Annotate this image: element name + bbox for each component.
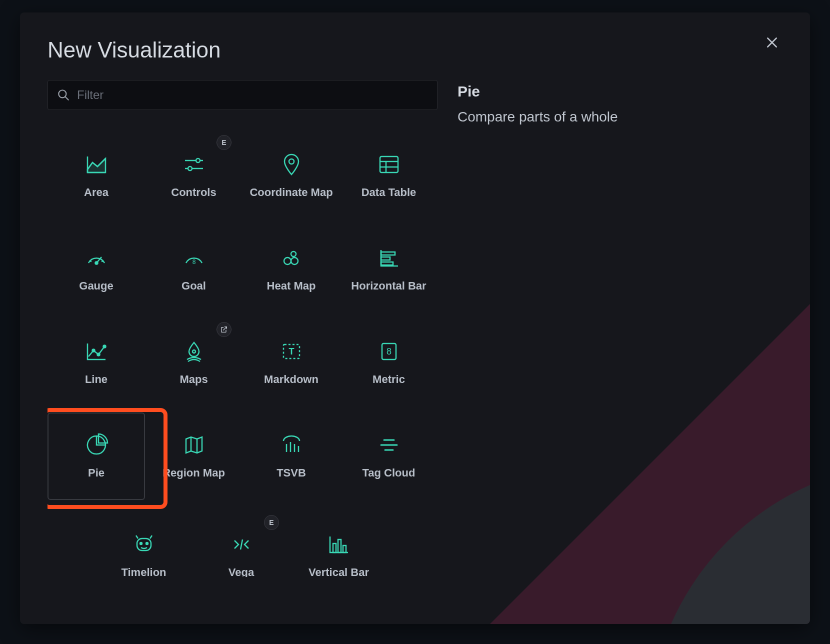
- svg-point-37: [140, 542, 142, 544]
- viz-label: Goal: [182, 279, 206, 293]
- viz-item-goal[interactable]: 8 Goal: [145, 226, 242, 313]
- gauge-icon: [84, 246, 108, 270]
- viz-label: Line: [85, 372, 108, 386]
- experimental-badge: E: [216, 135, 232, 150]
- svg-point-38: [146, 542, 148, 544]
- viz-label: Horizontal Bar: [351, 279, 426, 293]
- heatmap-icon: [280, 246, 304, 270]
- viz-item-area[interactable]: Area: [48, 132, 145, 220]
- viz-label: Controls: [171, 186, 216, 200]
- detail-panel: Pie Compare parts of a whole: [458, 80, 782, 577]
- viz-label: Tag Cloud: [362, 466, 416, 480]
- controls-icon: [182, 152, 206, 176]
- pie-icon: [84, 433, 108, 457]
- viz-label: Metric: [372, 372, 405, 386]
- viz-label: Gauge: [79, 279, 113, 293]
- line-icon: [84, 340, 108, 364]
- filter-box[interactable]: [48, 80, 438, 110]
- svg-rect-18: [381, 252, 395, 255]
- svg-text:8: 8: [386, 346, 391, 356]
- svg-point-21: [92, 349, 94, 352]
- viz-item-gauge[interactable]: Gauge: [48, 226, 145, 313]
- svg-rect-20: [381, 262, 393, 265]
- viz-label: TSVB: [276, 466, 306, 480]
- viz-label: Data Table: [362, 186, 416, 200]
- viz-scroll-area: Area E Controls: [48, 122, 438, 577]
- vertical-bar-icon: [327, 532, 351, 556]
- viz-item-region-map[interactable]: Region Map: [145, 412, 242, 500]
- region-map-icon: [182, 433, 206, 457]
- horizontal-bar-icon: [377, 246, 401, 270]
- timelion-icon: [132, 532, 156, 556]
- detail-title: Pie: [458, 83, 782, 100]
- viz-label: Vertical Bar: [308, 566, 369, 577]
- viz-item-maps[interactable]: Maps: [145, 319, 242, 406]
- svg-text:8: 8: [192, 258, 196, 266]
- svg-line-12: [90, 261, 92, 262]
- viz-item-markdown[interactable]: T Markdown: [242, 319, 340, 406]
- svg-point-4: [188, 166, 192, 170]
- external-badge: [216, 322, 232, 337]
- svg-line-39: [240, 540, 242, 550]
- svg-point-11: [95, 262, 98, 264]
- detail-description: Compare parts of a whole: [458, 109, 782, 125]
- maps-icon: [182, 340, 206, 364]
- svg-rect-19: [381, 257, 390, 260]
- new-visualization-modal: New Visualization: [20, 12, 810, 624]
- search-icon: [57, 88, 70, 102]
- viz-item-heat-map[interactable]: Heat Map: [242, 226, 340, 313]
- svg-rect-41: [338, 540, 341, 552]
- viz-item-tsvb[interactable]: TSVB: [242, 412, 340, 500]
- external-link-icon: [220, 326, 228, 334]
- viz-item-vega[interactable]: E Vega: [192, 512, 290, 577]
- experimental-badge: E: [264, 515, 279, 530]
- svg-text:T: T: [288, 346, 294, 356]
- viz-label: Markdown: [264, 372, 318, 386]
- pin-icon: [280, 152, 304, 176]
- tag-cloud-icon: [377, 433, 401, 457]
- svg-point-17: [291, 252, 296, 256]
- viz-item-timelion[interactable]: Timelion: [95, 512, 192, 577]
- area-icon: [84, 152, 108, 176]
- viz-label: Coordinate Map: [250, 186, 332, 200]
- svg-line-13: [102, 261, 104, 262]
- background-page-text: /i: [0, 60, 13, 101]
- svg-rect-40: [333, 544, 336, 552]
- svg-point-24: [192, 350, 196, 353]
- markdown-icon: T: [280, 340, 304, 364]
- close-button[interactable]: [764, 35, 782, 53]
- close-icon: [764, 35, 780, 50]
- viz-item-tag-cloud[interactable]: Tag Cloud: [340, 412, 438, 500]
- viz-label: Heat Map: [267, 279, 316, 293]
- viz-item-data-table[interactable]: Data Table: [340, 132, 438, 220]
- viz-item-coordinate-map[interactable]: Coordinate Map: [242, 132, 340, 220]
- table-icon: [377, 152, 401, 176]
- svg-rect-42: [343, 546, 346, 552]
- svg-point-15: [284, 258, 291, 264]
- viz-label: Pie: [88, 466, 104, 480]
- viz-label: Timelion: [121, 566, 166, 577]
- viz-label: Region Map: [162, 466, 225, 480]
- viz-item-horizontal-bar[interactable]: Horizontal Bar: [340, 226, 438, 313]
- tsvb-icon: [280, 433, 304, 457]
- svg-point-16: [291, 258, 298, 264]
- viz-item-pie[interactable]: Pie: [48, 412, 145, 500]
- svg-point-5: [289, 159, 294, 164]
- viz-item-controls[interactable]: E Controls: [145, 132, 242, 220]
- goal-icon: 8: [182, 246, 206, 270]
- svg-point-2: [196, 158, 200, 162]
- svg-point-22: [97, 353, 100, 356]
- viz-label: Vega: [228, 566, 254, 577]
- viz-label: Area: [84, 186, 108, 200]
- modal-title: New Visualization: [48, 38, 782, 62]
- viz-item-line[interactable]: Line: [48, 319, 145, 406]
- viz-label: Maps: [180, 372, 208, 386]
- svg-rect-6: [380, 156, 398, 172]
- viz-item-vertical-bar[interactable]: Vertical Bar: [290, 512, 388, 577]
- svg-point-23: [103, 345, 106, 348]
- filter-input[interactable]: [77, 88, 428, 102]
- vega-icon: [230, 532, 254, 556]
- viz-item-metric[interactable]: 8 Metric: [340, 319, 438, 406]
- metric-icon: 8: [377, 340, 401, 364]
